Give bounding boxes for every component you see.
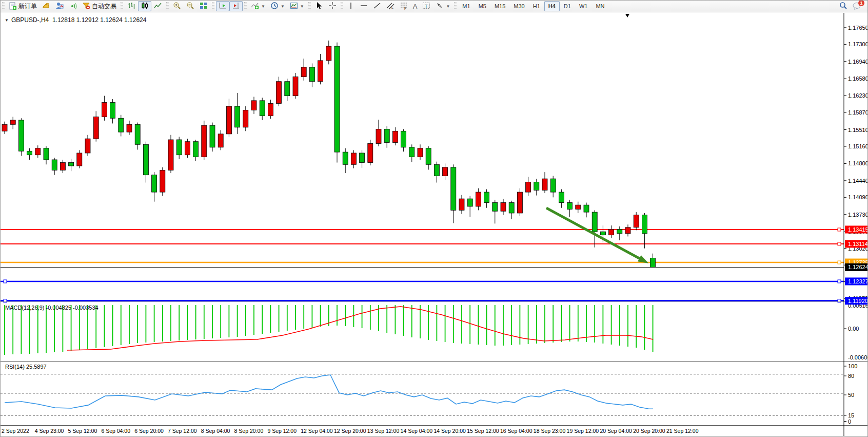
zoom-out-button[interactable] — [184, 1, 197, 11]
tile-windows-icon — [200, 2, 208, 11]
symbol-quote-line: ▼ GBPUSD-,H4 1.12818 1.12912 1.12624 1.1… — [5, 16, 146, 24]
zoom-in-icon — [173, 2, 181, 11]
svg-text:1.13730: 1.13730 — [848, 212, 868, 218]
vertical-line-tool-button[interactable] — [345, 1, 357, 11]
svg-text:14 Sep 20:00: 14 Sep 20:00 — [433, 428, 466, 434]
tile-windows-button[interactable] — [197, 1, 210, 11]
svg-text:15 Sep 12:00: 15 Sep 12:00 — [467, 428, 499, 434]
toolbar-grip — [341, 2, 343, 10]
svg-text:20 Sep 04:00: 20 Sep 04:00 — [600, 428, 632, 434]
timeframe-m15-button[interactable]: M15 — [490, 1, 509, 11]
toolbar-grip — [2, 2, 5, 10]
auto-scroll-button[interactable] — [216, 1, 229, 11]
periods-button[interactable]: ▼ — [268, 1, 287, 11]
svg-text:15: 15 — [848, 412, 854, 419]
trendline-icon — [373, 2, 381, 11]
svg-text:16 Sep 04:00: 16 Sep 04:00 — [500, 428, 532, 434]
svg-text:1.16580: 1.16580 — [848, 75, 868, 82]
timeframe-h1-button[interactable]: H1 — [529, 1, 544, 11]
templates-button[interactable]: ▼ — [287, 1, 307, 11]
arrows-tool-button[interactable]: ▼ — [433, 1, 452, 11]
timeframe-mn-button[interactable]: MN — [591, 1, 608, 11]
search-button[interactable] — [837, 1, 850, 11]
timeframe-m30-button[interactable]: M30 — [509, 1, 528, 11]
equidistant-channel-icon: E — [386, 2, 394, 11]
auto-trading-button[interactable]: 自动交易 — [80, 1, 119, 11]
svg-text:9 Sep 12:00: 9 Sep 12:00 — [267, 428, 297, 434]
vertical-line-icon — [347, 2, 354, 11]
svg-text:1.13415: 1.13415 — [848, 226, 868, 233]
bar-chart-mode-button[interactable] — [125, 1, 138, 11]
svg-text:8 Sep 20:00: 8 Sep 20:00 — [234, 428, 264, 434]
auto-scroll-icon — [219, 2, 227, 11]
svg-text:1.15160: 1.15160 — [848, 143, 868, 149]
horizontal-line-tool-button[interactable] — [357, 1, 370, 11]
market-watch-icon — [55, 2, 64, 11]
notifications-button[interactable]: 1 — [850, 1, 864, 11]
svg-text:1.17650: 1.17650 — [848, 25, 868, 31]
chart-shift-icon — [232, 2, 240, 11]
indicators-dropdown-arrow: ▼ — [261, 4, 265, 9]
macd-indicator-label: MACD(12,26,9) -0.004825 -0.003534 — [5, 305, 98, 311]
svg-text:8 Sep 04:00: 8 Sep 04:00 — [201, 428, 230, 434]
equidistant-channel-tool-button[interactable]: E — [384, 1, 397, 11]
zoom-in-button[interactable] — [170, 1, 184, 11]
trading-terminal-window: 新订单 自动交易 — [0, 0, 868, 437]
auto-trading-label: 自动交易 — [92, 2, 116, 11]
chart-properties-button[interactable] — [40, 1, 53, 11]
signals-button[interactable] — [66, 1, 80, 11]
timeframe-d1-button[interactable]: D1 — [560, 1, 575, 11]
svg-text:0: 0 — [848, 419, 851, 425]
svg-text:1.12624: 1.12624 — [848, 264, 868, 270]
svg-text:13 Sep 12:00: 13 Sep 12:00 — [367, 428, 400, 434]
svg-text:1.13114: 1.13114 — [848, 241, 868, 247]
arrows-tool-icon — [436, 2, 444, 11]
svg-text:21 Sep 12:00: 21 Sep 12:00 — [666, 428, 699, 434]
svg-text:2 Sep 2022: 2 Sep 2022 — [2, 428, 29, 434]
indicators-icon — [251, 2, 259, 11]
svg-text:1.16230: 1.16230 — [848, 92, 868, 99]
line-chart-mode-button[interactable] — [151, 1, 165, 11]
search-icon — [839, 2, 847, 11]
chart-area[interactable]: 1.176501.173001.169401.165801.162301.158… — [1, 13, 868, 437]
new-order-label: 新订单 — [18, 2, 37, 11]
svg-text:1.16940: 1.16940 — [848, 59, 868, 65]
chart-shift-button[interactable] — [229, 1, 243, 11]
indicators-button[interactable]: ▼ — [248, 1, 268, 11]
svg-text:50: 50 — [848, 392, 854, 398]
market-watch-button[interactable] — [53, 1, 66, 11]
text-label-tool-button[interactable]: T — [420, 1, 433, 11]
timeframe-w1-button[interactable]: W1 — [575, 1, 592, 11]
svg-text:1.15870: 1.15870 — [848, 109, 868, 116]
toolbar-grip — [212, 2, 214, 10]
svg-text:T: T — [425, 4, 428, 9]
svg-text:1.14440: 1.14440 — [848, 178, 868, 184]
svg-text:19 Sep 12:00: 19 Sep 12:00 — [567, 428, 599, 434]
timeframe-m1-button[interactable]: M1 — [458, 1, 474, 11]
new-order-button[interactable]: 新订单 — [6, 1, 40, 11]
svg-text:1.14090: 1.14090 — [848, 194, 868, 200]
timeframe-h4-button[interactable]: H4 — [544, 1, 560, 11]
svg-text:80: 80 — [848, 373, 854, 379]
auto-trading-icon — [82, 2, 90, 11]
toolbar-grip — [121, 2, 123, 10]
horizontal-line-icon — [360, 2, 368, 11]
one-click-toggle-icon[interactable]: ▼ — [5, 18, 9, 23]
chart-canvas[interactable]: 1.176501.173001.169401.165801.162301.158… — [1, 13, 868, 437]
fibonacci-tool-button[interactable]: F — [397, 1, 410, 11]
candlestick-mode-button[interactable] — [138, 1, 151, 11]
periods-dropdown-arrow: ▼ — [281, 4, 285, 9]
svg-text:7 Sep 12:00: 7 Sep 12:00 — [168, 428, 197, 434]
templates-dropdown-arrow: ▼ — [300, 4, 304, 9]
timeframe-m5-button[interactable]: M5 — [475, 1, 490, 11]
cursor-tool-button[interactable] — [312, 1, 326, 11]
periods-icon — [270, 2, 279, 11]
svg-text:6 Sep 20:00: 6 Sep 20:00 — [134, 428, 164, 434]
crosshair-tool-button[interactable] — [326, 1, 339, 11]
trendline-tool-button[interactable] — [370, 1, 384, 11]
svg-text:100: 100 — [848, 363, 857, 369]
cursor-icon — [315, 2, 323, 11]
svg-text:18 Sep 23:00: 18 Sep 23:00 — [534, 428, 566, 434]
text-tool-button[interactable]: A — [410, 1, 420, 11]
bar-chart-icon — [127, 2, 135, 11]
